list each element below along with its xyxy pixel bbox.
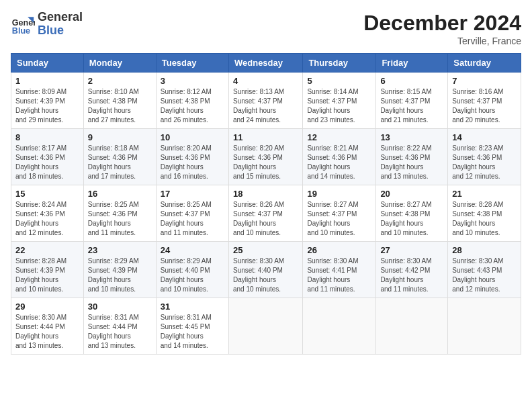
day-number: 8 xyxy=(15,132,79,142)
day-info: Sunrise: 8:21 AM Sunset: 4:36 PM Dayligh… xyxy=(307,144,371,181)
day-info: Sunrise: 8:16 AM Sunset: 4:37 PM Dayligh… xyxy=(452,87,517,125)
calendar-cell: 2 Sunrise: 8:10 AM Sunset: 4:38 PM Dayli… xyxy=(83,73,156,129)
col-monday: Monday xyxy=(83,54,156,73)
calendar-cell: 8 Sunrise: 8:17 AM Sunset: 4:36 PM Dayli… xyxy=(11,129,84,185)
logo-text: General Blue xyxy=(38,11,83,38)
calendar-cell: 10 Sunrise: 8:20 AM Sunset: 4:36 PM Dayl… xyxy=(156,129,228,185)
day-number: 1 xyxy=(15,76,79,86)
calendar-week-row: 8 Sunrise: 8:17 AM Sunset: 4:36 PM Dayli… xyxy=(11,129,521,185)
col-saturday: Saturday xyxy=(448,54,521,73)
svg-text:Blue: Blue xyxy=(12,26,30,36)
day-number: 9 xyxy=(88,132,152,142)
day-info: Sunrise: 8:29 AM Sunset: 4:40 PM Dayligh… xyxy=(161,257,224,294)
calendar-cell: 15 Sunrise: 8:24 AM Sunset: 4:36 PM Dayl… xyxy=(11,185,84,242)
calendar-cell: 14 Sunrise: 8:23 AM Sunset: 4:36 PM Dayl… xyxy=(448,129,521,185)
page-header: General Blue General Blue December 2024 … xyxy=(11,11,521,46)
calendar: Sunday Monday Tuesday Wednesday Thursday… xyxy=(11,53,521,355)
day-number: 17 xyxy=(161,189,224,199)
day-info: Sunrise: 8:24 AM Sunset: 4:36 PM Dayligh… xyxy=(15,200,79,238)
day-number: 29 xyxy=(15,302,79,312)
calendar-cell: 4 Sunrise: 8:13 AM Sunset: 4:37 PM Dayli… xyxy=(228,73,302,129)
col-sunday: Sunday xyxy=(11,54,84,73)
day-info: Sunrise: 8:31 AM Sunset: 4:44 PM Dayligh… xyxy=(88,313,152,351)
day-info: Sunrise: 8:30 AM Sunset: 4:42 PM Dayligh… xyxy=(380,257,443,294)
day-number: 11 xyxy=(233,132,298,142)
month-title: December 2024 xyxy=(363,11,521,36)
day-info: Sunrise: 8:12 AM Sunset: 4:38 PM Dayligh… xyxy=(161,87,224,125)
day-number: 19 xyxy=(307,189,371,199)
day-number: 31 xyxy=(161,302,224,312)
day-info: Sunrise: 8:15 AM Sunset: 4:37 PM Dayligh… xyxy=(380,87,443,125)
day-info: Sunrise: 8:30 AM Sunset: 4:40 PM Dayligh… xyxy=(233,257,298,294)
calendar-cell: 23 Sunrise: 8:29 AM Sunset: 4:39 PM Dayl… xyxy=(83,242,156,298)
day-number: 21 xyxy=(452,189,517,199)
calendar-week-row: 1 Sunrise: 8:09 AM Sunset: 4:39 PM Dayli… xyxy=(11,73,521,129)
day-info: Sunrise: 8:25 AM Sunset: 4:36 PM Dayligh… xyxy=(88,200,152,238)
day-number: 2 xyxy=(88,76,152,86)
day-number: 24 xyxy=(161,245,224,255)
calendar-cell xyxy=(303,298,376,355)
calendar-cell: 26 Sunrise: 8:30 AM Sunset: 4:41 PM Dayl… xyxy=(303,242,376,298)
day-number: 25 xyxy=(233,245,298,255)
location: Terville, France xyxy=(363,36,521,46)
day-number: 5 xyxy=(307,76,371,86)
title-block: December 2024 Terville, France xyxy=(363,11,521,46)
day-info: Sunrise: 8:25 AM Sunset: 4:37 PM Dayligh… xyxy=(161,200,224,238)
day-info: Sunrise: 8:27 AM Sunset: 4:38 PM Dayligh… xyxy=(380,200,443,238)
day-number: 4 xyxy=(233,76,298,86)
calendar-cell xyxy=(376,298,448,355)
col-thursday: Thursday xyxy=(303,54,376,73)
calendar-cell xyxy=(448,298,521,355)
calendar-cell: 22 Sunrise: 8:28 AM Sunset: 4:39 PM Dayl… xyxy=(11,242,84,298)
day-info: Sunrise: 8:17 AM Sunset: 4:36 PM Dayligh… xyxy=(15,144,79,181)
day-info: Sunrise: 8:30 AM Sunset: 4:43 PM Dayligh… xyxy=(452,257,517,294)
calendar-cell: 24 Sunrise: 8:29 AM Sunset: 4:40 PM Dayl… xyxy=(156,242,228,298)
calendar-cell: 7 Sunrise: 8:16 AM Sunset: 4:37 PM Dayli… xyxy=(448,73,521,129)
day-number: 3 xyxy=(161,76,224,86)
calendar-cell: 27 Sunrise: 8:30 AM Sunset: 4:42 PM Dayl… xyxy=(376,242,448,298)
calendar-cell: 31 Sunrise: 8:31 AM Sunset: 4:45 PM Dayl… xyxy=(156,298,228,355)
day-info: Sunrise: 8:29 AM Sunset: 4:39 PM Dayligh… xyxy=(88,257,152,294)
calendar-body: 1 Sunrise: 8:09 AM Sunset: 4:39 PM Dayli… xyxy=(11,73,521,355)
day-info: Sunrise: 8:18 AM Sunset: 4:36 PM Dayligh… xyxy=(88,144,152,181)
day-info: Sunrise: 8:26 AM Sunset: 4:37 PM Dayligh… xyxy=(233,200,298,238)
calendar-header-row: Sunday Monday Tuesday Wednesday Thursday… xyxy=(11,54,521,73)
day-number: 6 xyxy=(380,76,443,86)
day-number: 27 xyxy=(380,245,443,255)
calendar-cell: 6 Sunrise: 8:15 AM Sunset: 4:37 PM Dayli… xyxy=(376,73,448,129)
day-info: Sunrise: 8:30 AM Sunset: 4:41 PM Dayligh… xyxy=(307,257,371,294)
day-info: Sunrise: 8:09 AM Sunset: 4:39 PM Dayligh… xyxy=(15,87,79,125)
day-info: Sunrise: 8:10 AM Sunset: 4:38 PM Dayligh… xyxy=(88,87,152,125)
calendar-cell: 16 Sunrise: 8:25 AM Sunset: 4:36 PM Dayl… xyxy=(83,185,156,242)
calendar-cell: 28 Sunrise: 8:30 AM Sunset: 4:43 PM Dayl… xyxy=(448,242,521,298)
day-info: Sunrise: 8:20 AM Sunset: 4:36 PM Dayligh… xyxy=(233,144,298,181)
logo-icon: General Blue xyxy=(11,12,35,36)
col-tuesday: Tuesday xyxy=(156,54,228,73)
calendar-cell: 11 Sunrise: 8:20 AM Sunset: 4:36 PM Dayl… xyxy=(228,129,302,185)
day-info: Sunrise: 8:28 AM Sunset: 4:38 PM Dayligh… xyxy=(452,200,517,238)
day-number: 18 xyxy=(233,189,298,199)
day-info: Sunrise: 8:14 AM Sunset: 4:37 PM Dayligh… xyxy=(307,87,371,125)
calendar-cell: 30 Sunrise: 8:31 AM Sunset: 4:44 PM Dayl… xyxy=(83,298,156,355)
day-number: 14 xyxy=(452,132,517,142)
calendar-cell: 5 Sunrise: 8:14 AM Sunset: 4:37 PM Dayli… xyxy=(303,73,376,129)
day-number: 15 xyxy=(15,189,79,199)
day-info: Sunrise: 8:27 AM Sunset: 4:37 PM Dayligh… xyxy=(307,200,371,238)
day-number: 12 xyxy=(307,132,371,142)
calendar-cell: 17 Sunrise: 8:25 AM Sunset: 4:37 PM Dayl… xyxy=(156,185,228,242)
day-info: Sunrise: 8:22 AM Sunset: 4:36 PM Dayligh… xyxy=(380,144,443,181)
calendar-cell: 20 Sunrise: 8:27 AM Sunset: 4:38 PM Dayl… xyxy=(376,185,448,242)
day-info: Sunrise: 8:23 AM Sunset: 4:36 PM Dayligh… xyxy=(452,144,517,181)
calendar-cell: 9 Sunrise: 8:18 AM Sunset: 4:36 PM Dayli… xyxy=(83,129,156,185)
day-info: Sunrise: 8:30 AM Sunset: 4:44 PM Dayligh… xyxy=(15,313,79,351)
calendar-cell: 12 Sunrise: 8:21 AM Sunset: 4:36 PM Dayl… xyxy=(303,129,376,185)
day-number: 30 xyxy=(88,302,152,312)
day-number: 23 xyxy=(88,245,152,255)
calendar-cell: 18 Sunrise: 8:26 AM Sunset: 4:37 PM Dayl… xyxy=(228,185,302,242)
day-number: 10 xyxy=(161,132,224,142)
day-info: Sunrise: 8:20 AM Sunset: 4:36 PM Dayligh… xyxy=(161,144,224,181)
calendar-cell: 29 Sunrise: 8:30 AM Sunset: 4:44 PM Dayl… xyxy=(11,298,84,355)
day-info: Sunrise: 8:13 AM Sunset: 4:37 PM Dayligh… xyxy=(233,87,298,125)
day-number: 22 xyxy=(15,245,79,255)
day-info: Sunrise: 8:28 AM Sunset: 4:39 PM Dayligh… xyxy=(15,257,79,294)
